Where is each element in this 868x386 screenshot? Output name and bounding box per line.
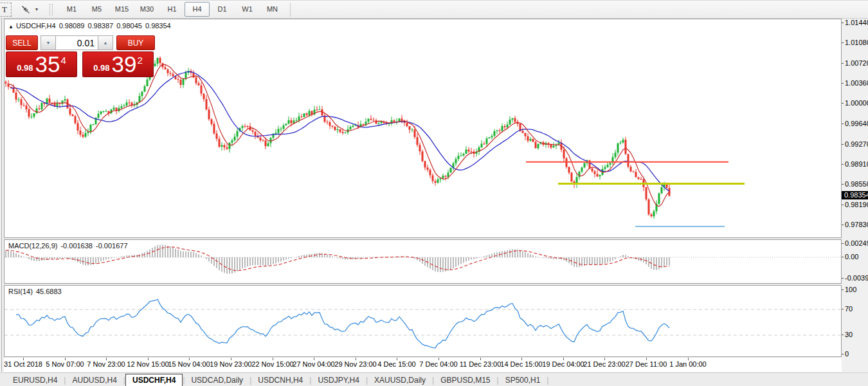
timeframe-button-m5[interactable]: M5 — [84, 2, 109, 17]
time-axis-label: 19 Nov 23:00 — [210, 360, 251, 368]
ohlc-low: 0.98045 — [116, 22, 142, 30]
dropdown-caret-icon[interactable]: ▾ — [33, 6, 41, 12]
rsi-axis-label: 0 — [845, 350, 849, 358]
time-axis-label: 19 Dec 04:00 — [542, 360, 584, 368]
tab-eurusd-h4[interactable]: EURUSD,H4 — [6, 374, 64, 386]
price-axis-label: 1.00720 — [845, 59, 868, 67]
stepper-down-icon: ▼ — [46, 41, 51, 45]
time-axis-label: 21 Dec 23:00 — [583, 360, 625, 368]
toolbar: T ▾ M1M5M15M30H1H4D1W1MN — [0, 1, 868, 19]
buy-price-pip: 2 — [137, 55, 142, 66]
symbol-name: USDCHF,H4 — [16, 22, 56, 30]
rsi-indicator-panel[interactable]: RSI(14)45.6883 — [4, 285, 842, 357]
text-tool-icon[interactable]: T — [0, 3, 12, 17]
timeframe-button-d1[interactable]: D1 — [210, 2, 235, 17]
buy-quote-box[interactable]: 0.98392 — [82, 51, 154, 77]
buy-button[interactable]: BUY — [116, 35, 155, 50]
time-axis-label: 14 Dec 15:00 — [500, 360, 542, 368]
tab-usdjpy-h4[interactable]: USDJPY,H4 — [311, 374, 365, 386]
rsi-label: RSI(14)45.6883 — [8, 288, 65, 295]
buy-price-main: 39 — [112, 54, 137, 75]
ma-fast-line — [8, 64, 669, 207]
price-axis-label: 0.98910 — [845, 160, 868, 168]
lot-decrease-button[interactable]: ▼ — [41, 35, 55, 50]
toolbar-separator — [290, 3, 291, 17]
symbol-marker-icon: ▲ — [8, 24, 14, 30]
tab-gbpusd-m15[interactable]: GBPUSD,M15 — [434, 374, 496, 386]
tab-xauusd-daily[interactable]: XAUUSD,Daily — [368, 374, 432, 386]
macd-indicator-panel[interactable]: MACD(12,26,9)-0.001638-0.001677 — [4, 239, 842, 284]
sell-price-prefix: 0.98 — [17, 63, 33, 73]
tab-separator: | — [547, 376, 548, 385]
macd-name: MACD(12,26,9) — [8, 242, 57, 250]
current-price-tag: 0.98354 — [842, 191, 868, 199]
time-axis[interactable]: 31 Oct 20185 Nov 07:007 Nov 23:0012 Nov … — [4, 358, 842, 372]
rsi-canvas[interactable] — [5, 286, 841, 356]
time-axis-label: 27 Dec 11:00 — [626, 360, 667, 368]
lot-increase-button[interactable]: ▲ — [98, 35, 113, 50]
candles-layer — [5, 56, 671, 219]
timeframe-button-w1[interactable]: W1 — [235, 2, 260, 17]
main-chart-panel[interactable]: ▲USDCHF,H40.980890.983870.980450.98354 S… — [4, 19, 842, 238]
price-axis-label: 0.98550 — [845, 180, 868, 188]
price-axis-label: 0.99640 — [845, 120, 868, 127]
timeframe-button-m15[interactable]: M15 — [109, 2, 134, 17]
macd-signal-line — [6, 247, 669, 271]
time-axis-label: 29 Nov 23:00 — [334, 360, 376, 368]
tab-audusd-h4[interactable]: AUDUSD,H4 — [66, 374, 123, 386]
price-axis-label: 1.00000 — [845, 99, 868, 107]
macd-label: MACD(12,26,9)-0.001638-0.001677 — [8, 242, 131, 250]
timeframe-button-h1[interactable]: H1 — [159, 2, 185, 17]
price-axis-label: 1.01440 — [845, 19, 868, 26]
lot-size-input[interactable]: 0.01 — [55, 35, 98, 50]
rsi-line — [16, 299, 669, 347]
timeframe-button-mn[interactable]: MN — [260, 2, 285, 17]
price-axis[interactable]: 1.014401.010801.007201.003601.000000.996… — [842, 19, 868, 358]
time-axis-label: 7 Nov 23:00 — [87, 360, 125, 368]
tab-usdcnh-h4[interactable]: USDCNH,H4 — [251, 374, 309, 386]
time-axis-label: 15 Nov 04:00 — [168, 360, 210, 368]
timeframe-button-h4[interactable]: H4 — [185, 2, 210, 17]
mt4-window: T ▾ M1M5M15M30H1H4D1W1MN ▲USDCHF,H40.980… — [0, 0, 868, 386]
rsi-value: 45.6883 — [36, 288, 62, 295]
price-axis-label: 0.97830 — [845, 221, 868, 228]
stepper-up-icon: ▲ — [104, 41, 108, 45]
time-axis-label: 11 Dec 23:00 — [460, 360, 502, 368]
sell-price-pip: 4 — [60, 55, 66, 66]
timeframe-button-m1[interactable]: M1 — [59, 2, 84, 17]
timeframe-button-m30[interactable]: M30 — [134, 2, 159, 17]
rsi-axis-label: 100 — [845, 286, 856, 293]
time-axis-label: 7 Dec 04:00 — [419, 360, 457, 368]
time-axis-label: 4 Dec 15:00 — [377, 360, 415, 368]
rsi-axis-label: 70 — [845, 305, 853, 313]
macd-value-signal: -0.001677 — [96, 242, 128, 250]
chart-tabs-bar: EURUSD,H4|AUDUSD,H4|USDCHF,H4|USDCAD,Dai… — [0, 372, 868, 386]
toolbar-drag-handle[interactable] — [50, 4, 53, 15]
time-axis-label: 1 Jan 00:00 — [669, 360, 707, 368]
arrange-symbols-icon[interactable] — [19, 3, 32, 16]
price-axis-label: 1.01080 — [845, 39, 868, 46]
price-axis-label: 0.99270 — [845, 140, 868, 148]
time-axis-label: 27 Nov 04:00 — [293, 360, 334, 368]
sell-button[interactable]: SELL — [6, 35, 38, 50]
arrange-symbols-glyph — [21, 5, 31, 15]
ohlc-close: 0.98354 — [145, 22, 171, 30]
sell-price-main: 35 — [35, 54, 60, 75]
rsi-axis-label: 30 — [845, 331, 853, 338]
tab-usdcad-daily[interactable]: USDCAD,Daily — [185, 374, 249, 386]
time-axis-label: 22 Nov 15:00 — [251, 360, 293, 368]
macd-axis-label: -0.003913 — [845, 274, 868, 282]
time-axis-label: 5 Nov 07:00 — [46, 360, 84, 368]
tab-usdchf-h4[interactable]: USDCHF,H4 — [125, 374, 183, 386]
time-axis-label: 31 Oct 2018 — [4, 360, 42, 368]
ohlc-high: 0.98387 — [87, 22, 113, 30]
macd-axis-label: 0.002492 — [845, 239, 868, 247]
sell-quote-box[interactable]: 0.98354 — [6, 51, 77, 77]
price-axis-label: 0.98190 — [845, 201, 868, 208]
tab-sp500-h1[interactable]: SP500,H1 — [499, 374, 547, 386]
window-left-border — [1, 19, 2, 372]
buy-price-prefix: 0.98 — [93, 63, 109, 73]
price-axis-label: 1.00360 — [845, 79, 868, 87]
time-axis-label: 12 Nov 15:00 — [127, 360, 168, 368]
macd-value-main: -0.001638 — [60, 242, 93, 250]
